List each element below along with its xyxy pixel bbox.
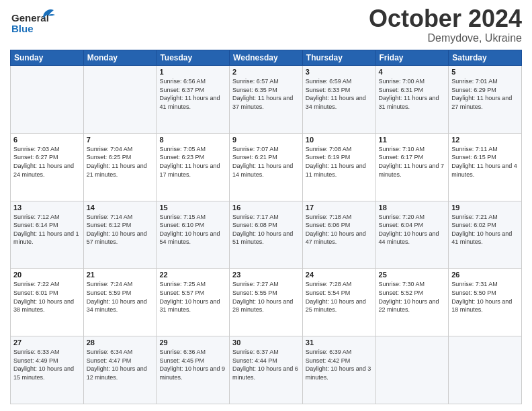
day-info: Sunrise: 7:05 AM Sunset: 6:23 PM Dayligh…: [159, 145, 226, 179]
calendar-cell: 14Sunrise: 7:14 AM Sunset: 6:12 PM Dayli…: [83, 201, 157, 269]
day-info: Sunrise: 7:18 AM Sunset: 6:06 PM Dayligh…: [306, 213, 373, 246]
day-number: 10: [306, 136, 373, 144]
day-info: Sunrise: 6:34 AM Sunset: 4:47 PM Dayligh…: [87, 348, 154, 381]
day-header-friday: Friday: [375, 50, 449, 66]
calendar-cell: 10Sunrise: 7:08 AM Sunset: 6:19 PM Dayli…: [302, 133, 375, 201]
calendar-week-row: 27Sunrise: 6:33 AM Sunset: 4:49 PM Dayli…: [11, 336, 522, 404]
calendar-week-row: 13Sunrise: 7:12 AM Sunset: 6:14 PM Dayli…: [11, 201, 522, 269]
calendar-cell: 5Sunrise: 7:01 AM Sunset: 6:29 PM Daylig…: [449, 66, 522, 134]
day-number: 17: [306, 203, 373, 212]
day-number: 5: [451, 68, 519, 76]
day-info: Sunrise: 7:14 AM Sunset: 6:12 PM Dayligh…: [87, 213, 154, 246]
svg-text:Blue: Blue: [11, 23, 34, 34]
month-title: October 2024: [369, 7, 522, 31]
calendar-cell: 23Sunrise: 7:27 AM Sunset: 5:55 PM Dayli…: [230, 269, 303, 336]
day-info: Sunrise: 7:12 AM Sunset: 6:14 PM Dayligh…: [13, 213, 81, 246]
day-info: Sunrise: 7:07 AM Sunset: 6:21 PM Dayligh…: [232, 145, 300, 179]
day-header-tuesday: Tuesday: [157, 50, 230, 66]
day-info: Sunrise: 6:56 AM Sunset: 6:37 PM Dayligh…: [159, 77, 226, 111]
day-info: Sunrise: 7:15 AM Sunset: 6:10 PM Dayligh…: [159, 213, 226, 246]
day-info: Sunrise: 6:59 AM Sunset: 6:33 PM Dayligh…: [306, 77, 373, 111]
day-info: Sunrise: 7:21 AM Sunset: 6:02 PM Dayligh…: [451, 213, 519, 246]
calendar-cell: 16Sunrise: 7:17 AM Sunset: 6:08 PM Dayli…: [230, 201, 303, 269]
calendar-week-row: 20Sunrise: 7:22 AM Sunset: 6:01 PM Dayli…: [11, 269, 522, 336]
calendar-cell: 15Sunrise: 7:15 AM Sunset: 6:10 PM Dayli…: [157, 201, 230, 269]
day-number: 19: [451, 203, 519, 212]
calendar-cell: 9Sunrise: 7:07 AM Sunset: 6:21 PM Daylig…: [230, 133, 303, 201]
header: General Blue October 2024 Demydove, Ukra…: [10, 7, 522, 44]
day-info: Sunrise: 6:33 AM Sunset: 4:49 PM Dayligh…: [13, 348, 81, 381]
day-number: 18: [379, 203, 446, 212]
calendar-cell: 19Sunrise: 7:21 AM Sunset: 6:02 PM Dayli…: [449, 201, 522, 269]
day-info: Sunrise: 6:36 AM Sunset: 4:45 PM Dayligh…: [159, 348, 226, 381]
day-info: Sunrise: 6:57 AM Sunset: 6:35 PM Dayligh…: [232, 77, 300, 111]
day-info: Sunrise: 7:11 AM Sunset: 6:15 PM Dayligh…: [451, 145, 519, 179]
day-number: 7: [87, 136, 154, 144]
day-number: 23: [232, 271, 300, 279]
day-info: Sunrise: 7:28 AM Sunset: 5:54 PM Dayligh…: [306, 280, 373, 314]
calendar-cell: 12Sunrise: 7:11 AM Sunset: 6:15 PM Dayli…: [449, 133, 522, 201]
calendar-cell: 3Sunrise: 6:59 AM Sunset: 6:33 PM Daylig…: [302, 66, 375, 134]
day-header-monday: Monday: [83, 50, 157, 66]
day-number: 9: [232, 136, 300, 144]
day-number: 22: [159, 271, 226, 279]
day-number: 16: [232, 203, 300, 212]
title-area: October 2024 Demydove, Ukraine: [369, 7, 522, 44]
day-number: 8: [159, 136, 226, 144]
svg-text:General: General: [11, 12, 49, 24]
day-info: Sunrise: 7:25 AM Sunset: 5:57 PM Dayligh…: [159, 280, 226, 314]
day-info: Sunrise: 7:31 AM Sunset: 5:50 PM Dayligh…: [451, 280, 519, 314]
day-header-thursday: Thursday: [302, 50, 375, 66]
day-header-saturday: Saturday: [449, 50, 522, 66]
calendar-cell: 29Sunrise: 6:36 AM Sunset: 4:45 PM Dayli…: [157, 336, 230, 404]
day-number: 25: [379, 271, 446, 279]
day-info: Sunrise: 7:17 AM Sunset: 6:08 PM Dayligh…: [232, 213, 300, 246]
day-number: 30: [232, 338, 300, 347]
day-info: Sunrise: 7:00 AM Sunset: 6:31 PM Dayligh…: [379, 77, 446, 111]
calendar-cell: 7Sunrise: 7:04 AM Sunset: 6:25 PM Daylig…: [83, 133, 157, 201]
calendar-cell: 2Sunrise: 6:57 AM Sunset: 6:35 PM Daylig…: [230, 66, 303, 134]
day-number: 11: [379, 136, 446, 144]
day-info: Sunrise: 7:30 AM Sunset: 5:52 PM Dayligh…: [379, 280, 446, 314]
day-number: 4: [379, 68, 446, 76]
day-number: 12: [451, 136, 519, 144]
day-header-sunday: Sunday: [11, 50, 84, 66]
day-info: Sunrise: 6:37 AM Sunset: 4:44 PM Dayligh…: [232, 348, 300, 381]
day-number: 6: [13, 136, 81, 144]
calendar-cell: 11Sunrise: 7:10 AM Sunset: 6:17 PM Dayli…: [375, 133, 449, 201]
day-info: Sunrise: 7:10 AM Sunset: 6:17 PM Dayligh…: [379, 145, 446, 179]
calendar-week-row: 6Sunrise: 7:03 AM Sunset: 6:27 PM Daylig…: [11, 133, 522, 201]
calendar-cell: 28Sunrise: 6:34 AM Sunset: 4:47 PM Dayli…: [83, 336, 157, 404]
day-number: 27: [13, 338, 81, 347]
calendar-cell: 30Sunrise: 6:37 AM Sunset: 4:44 PM Dayli…: [230, 336, 303, 404]
day-number: 15: [159, 203, 226, 212]
day-number: 14: [87, 203, 154, 212]
logo-icon: General Blue: [10, 7, 57, 37]
calendar-cell: [449, 336, 522, 404]
day-info: Sunrise: 7:22 AM Sunset: 6:01 PM Dayligh…: [13, 280, 81, 314]
day-number: 31: [306, 338, 373, 347]
logo: General Blue: [10, 7, 57, 40]
day-number: 2: [232, 68, 300, 76]
calendar-cell: 13Sunrise: 7:12 AM Sunset: 6:14 PM Dayli…: [11, 201, 84, 269]
day-info: Sunrise: 7:04 AM Sunset: 6:25 PM Dayligh…: [87, 145, 154, 179]
calendar-cell: 26Sunrise: 7:31 AM Sunset: 5:50 PM Dayli…: [449, 269, 522, 336]
day-info: Sunrise: 7:20 AM Sunset: 6:04 PM Dayligh…: [379, 213, 446, 246]
day-number: 13: [13, 203, 81, 212]
day-number: 21: [87, 271, 154, 279]
calendar-table: SundayMondayTuesdayWednesdayThursdayFrid…: [10, 50, 522, 404]
day-number: 3: [306, 68, 373, 76]
calendar-cell: 4Sunrise: 7:00 AM Sunset: 6:31 PM Daylig…: [375, 66, 449, 134]
day-info: Sunrise: 6:39 AM Sunset: 4:42 PM Dayligh…: [306, 348, 373, 381]
day-header-wednesday: Wednesday: [230, 50, 303, 66]
day-number: 28: [87, 338, 154, 347]
calendar-cell: 25Sunrise: 7:30 AM Sunset: 5:52 PM Dayli…: [375, 269, 449, 336]
calendar-header-row: SundayMondayTuesdayWednesdayThursdayFrid…: [11, 50, 522, 66]
day-info: Sunrise: 7:03 AM Sunset: 6:27 PM Dayligh…: [13, 145, 81, 179]
location-subtitle: Demydove, Ukraine: [369, 32, 522, 44]
day-info: Sunrise: 7:27 AM Sunset: 5:55 PM Dayligh…: [232, 280, 300, 314]
day-number: 29: [159, 338, 226, 347]
calendar-cell: [83, 66, 157, 134]
calendar-cell: 8Sunrise: 7:05 AM Sunset: 6:23 PM Daylig…: [157, 133, 230, 201]
calendar-cell: [375, 336, 449, 404]
